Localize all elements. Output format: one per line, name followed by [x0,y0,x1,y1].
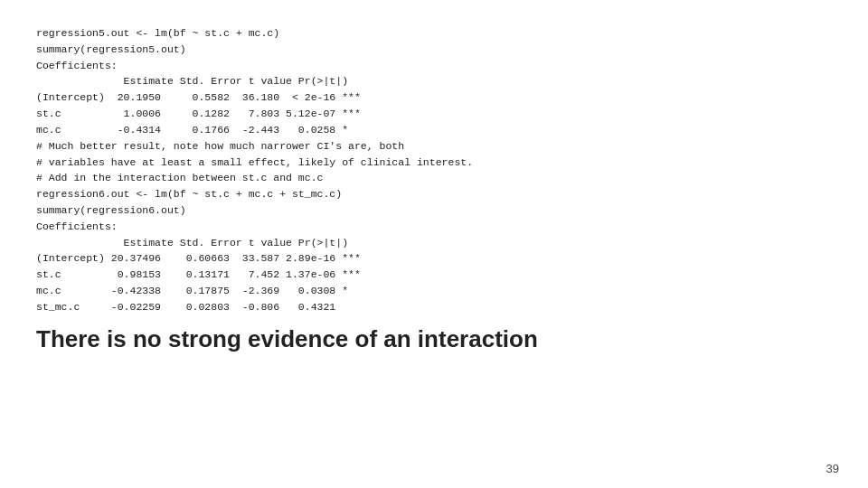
main-content: regression5.out <- lm(bf ~ st.c + mc.c) … [0,0,868,372]
code-output: regression5.out <- lm(bf ~ st.c + mc.c) … [36,25,832,315]
page-number: 39 [826,462,839,475]
conclusion-text: There is no strong evidence of an intera… [36,324,832,355]
